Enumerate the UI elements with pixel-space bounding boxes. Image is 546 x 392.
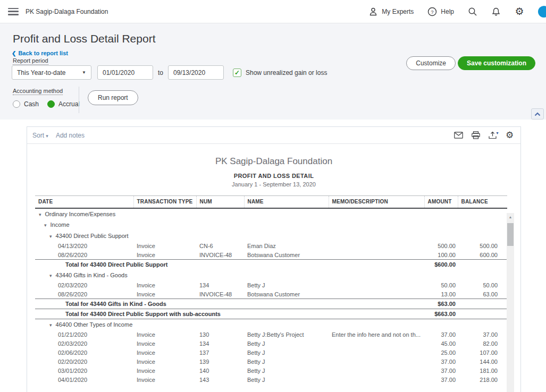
period-select[interactable]: This Year-to-date ▼ bbox=[12, 65, 91, 80]
group-row: ▾Income bbox=[35, 219, 507, 231]
my-experts-button[interactable]: My Experts bbox=[368, 7, 414, 16]
transaction-row[interactable]: 02/03/2020Invoice134Betty J45.0082.00 bbox=[35, 339, 507, 348]
save-customization-button[interactable]: Save customization bbox=[458, 56, 535, 70]
chevron-down-icon: ▼ bbox=[495, 131, 499, 135]
cell-memo bbox=[329, 281, 424, 290]
transaction-row[interactable]: 02/06/2020Invoice137Betty J25.00107.00 bbox=[35, 348, 507, 357]
cell-amount: 500.00 bbox=[424, 242, 458, 251]
print-icon[interactable] bbox=[471, 131, 480, 140]
cell-txn: Invoice bbox=[133, 376, 196, 385]
col-header-memo: MEMO/DESCRIPTION bbox=[329, 196, 424, 208]
col-header-transaction-type: TRANSACTION TYPE bbox=[133, 196, 196, 208]
user-avatar[interactable] bbox=[538, 6, 546, 18]
email-icon[interactable] bbox=[454, 131, 463, 140]
transaction-row[interactable]: 04/01/2020Invoice143Betty J37.00218.00 bbox=[35, 376, 507, 385]
collapse-triangle-icon[interactable]: ▾ bbox=[49, 234, 52, 239]
collapse-triangle-icon[interactable]: ▾ bbox=[39, 212, 41, 217]
top-bar: PK Sagip-Dalaga Foundation My Experts ? … bbox=[0, 0, 546, 23]
transaction-row[interactable]: 02/20/2020Invoice139Betty J37.00144.00 bbox=[35, 357, 507, 367]
accrual-radio[interactable] bbox=[47, 100, 55, 108]
to-label: to bbox=[158, 69, 163, 76]
show-unrealized-checkbox[interactable]: ✓ bbox=[233, 69, 241, 77]
total-amount: $63.00 bbox=[424, 299, 458, 309]
cell-memo bbox=[329, 367, 424, 376]
scrollbar-thumb[interactable] bbox=[507, 223, 514, 246]
transaction-row[interactable]: 08/26/2020InvoiceINVOICE-48Botswana Cust… bbox=[35, 251, 507, 260]
run-report-button[interactable]: Run report bbox=[88, 90, 138, 105]
accounting-method-options: Cash Accrual bbox=[13, 100, 88, 108]
notifications-button[interactable] bbox=[491, 7, 501, 16]
page: PK Sagip-Dalaga Foundation My Experts ? … bbox=[0, 0, 546, 392]
cell-date: 02/20/2020 bbox=[35, 357, 133, 367]
cell-num: 134 bbox=[196, 339, 244, 348]
transaction-row[interactable]: 08/26/2020InvoiceINVOICE-48Botswana Cust… bbox=[35, 290, 507, 299]
hamburger-menu-icon[interactable] bbox=[8, 8, 19, 15]
cell-txn: Invoice bbox=[133, 367, 196, 376]
collapse-triangle-icon[interactable]: ▾ bbox=[49, 322, 52, 328]
cell-num: 139 bbox=[196, 357, 244, 367]
group-row: ▾Ordinary Income/Expenses bbox=[35, 208, 507, 219]
search-button[interactable] bbox=[468, 7, 477, 16]
date-from-input[interactable] bbox=[97, 65, 153, 80]
col-header-name: NAME bbox=[244, 196, 329, 208]
total-balance bbox=[458, 299, 507, 309]
report-heading: PK Sagip-Dalaga Foundation PROFIT AND LO… bbox=[27, 156, 520, 188]
report-period-label[interactable]: Report period bbox=[13, 57, 48, 65]
cell-num: 130 bbox=[196, 330, 244, 339]
collapse-triangle-icon[interactable]: ▾ bbox=[49, 273, 52, 278]
cell-name: Betty J bbox=[244, 376, 329, 385]
transaction-row[interactable]: 04/13/2020InvoiceCN-6Eman Diaz500.00500.… bbox=[35, 242, 507, 251]
divider bbox=[79, 87, 79, 113]
cell-date: 04/01/2020 bbox=[35, 376, 133, 385]
gear-icon: ⚙ bbox=[515, 7, 524, 16]
help-button[interactable]: ? Help bbox=[427, 7, 454, 16]
transaction-row[interactable]: 03/01/2020Invoice140Betty J37.00181.00 bbox=[35, 367, 507, 376]
report-title: PROFIT AND LOSS DETAIL bbox=[27, 173, 520, 179]
scroll-up-arrow-icon[interactable]: ▲ bbox=[507, 213, 514, 221]
vertical-scrollbar[interactable]: ▲ bbox=[507, 213, 514, 392]
cell-memo bbox=[329, 376, 424, 385]
total-label: Total for 43400 Direct Public Support wi… bbox=[35, 309, 424, 319]
group-row: ▾43400 Direct Public Support bbox=[35, 231, 507, 242]
settings-button[interactable]: ⚙ bbox=[515, 7, 524, 16]
cell-name: Betty J bbox=[244, 339, 329, 348]
date-to-input[interactable] bbox=[168, 65, 224, 80]
cell-num: 134 bbox=[196, 281, 244, 290]
help-icon: ? bbox=[427, 7, 437, 16]
cell-memo bbox=[329, 290, 424, 299]
collapse-header-button[interactable] bbox=[531, 108, 544, 120]
report-settings-icon[interactable]: ⚙ bbox=[505, 131, 514, 140]
cell-name: Eman Diaz bbox=[244, 242, 329, 251]
account-group-label: 43400 Direct Public Support bbox=[56, 233, 129, 239]
cell-memo bbox=[329, 348, 424, 357]
checkmark-icon: ✓ bbox=[234, 70, 240, 76]
customize-button[interactable]: Customize bbox=[406, 56, 456, 70]
cell-name: Betty J bbox=[244, 281, 329, 290]
company-name: PK Sagip-Dalaga Foundation bbox=[26, 8, 108, 15]
group-row: ▾43440 Gifts in Kind - Goods bbox=[35, 270, 507, 281]
cell-amount: 50.00 bbox=[424, 281, 458, 290]
cell-date: 08/26/2020 bbox=[35, 290, 133, 299]
transaction-row[interactable]: 01/21/2020Invoice130Betty J:Betty's Proj… bbox=[35, 330, 507, 339]
account-group-label: Income bbox=[51, 221, 70, 228]
cell-name: Betty J bbox=[244, 348, 329, 357]
export-icon[interactable]: ▼ bbox=[488, 131, 497, 140]
account-group-label: 43440 Gifts in Kind - Goods bbox=[56, 272, 128, 278]
cell-balance: 181.00 bbox=[458, 367, 507, 376]
cell-txn: Invoice bbox=[133, 330, 196, 339]
back-to-report-list-link[interactable]: ❮Back to report list bbox=[12, 50, 68, 56]
collapse-triangle-icon[interactable]: ▾ bbox=[44, 223, 47, 228]
cell-balance: 50.00 bbox=[458, 281, 507, 290]
sort-dropdown[interactable]: Sort ▾ bbox=[32, 132, 48, 139]
add-notes-button[interactable]: Add notes bbox=[56, 132, 85, 139]
cell-memo: Enter the info here and not on th... bbox=[329, 330, 424, 339]
cell-txn: Invoice bbox=[133, 290, 196, 299]
cash-label: Cash bbox=[24, 100, 39, 108]
cell-txn: Invoice bbox=[133, 357, 196, 367]
cell-amount: 13.00 bbox=[424, 290, 458, 299]
accounting-method-label[interactable]: Accounting method bbox=[13, 88, 63, 95]
transaction-row[interactable]: 02/03/2020Invoice134Betty J50.0050.00 bbox=[35, 281, 507, 290]
cash-radio[interactable] bbox=[13, 100, 20, 108]
header-buttons: Customize Save customization bbox=[406, 56, 535, 70]
cell-date: 01/21/2020 bbox=[35, 330, 133, 339]
